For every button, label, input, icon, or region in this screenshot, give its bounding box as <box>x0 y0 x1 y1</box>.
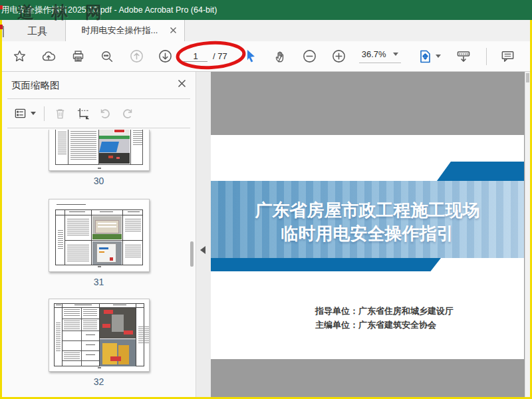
zoom-level-control[interactable]: 36.7% <box>359 49 401 63</box>
favorites-star-icon[interactable] <box>11 47 27 66</box>
tab-close-icon[interactable] <box>170 26 184 36</box>
crop-pages-icon[interactable] <box>74 105 91 122</box>
page-number-input[interactable] <box>184 51 207 62</box>
main-area: 页面缩略图 <box>2 72 530 397</box>
panel-toolbar-divider <box>44 106 45 121</box>
watermark-red-mark <box>0 25 3 29</box>
hand-tool-icon[interactable] <box>273 47 289 66</box>
comment-icon[interactable] <box>500 47 516 66</box>
cover-title-banner: 广东省房屋市政工程施工现场 临时用电安全操作指引 <box>211 181 524 258</box>
page-total-label: / 77 <box>213 51 227 61</box>
panel-title: 页面缩略图 <box>11 79 60 92</box>
page-number-field: / 77 <box>184 51 227 62</box>
tab-document-label: 时用电安全操作指... <box>66 25 170 37</box>
chevron-down-icon <box>436 55 441 58</box>
zoom-out-icon[interactable] <box>302 47 318 66</box>
panel-collapse-strip[interactable] <box>196 72 211 397</box>
thumbnail-page-31[interactable]: 31 <box>47 199 151 287</box>
thumbnail-image-31 <box>49 199 150 272</box>
thumbnail-image-30 <box>49 130 150 171</box>
rotate-right-icon <box>119 105 136 122</box>
thumbnail-image-32 <box>49 299 150 372</box>
cover-top-blue-parallelogram <box>437 162 524 181</box>
main-toolbar: / 77 36.7% <box>2 41 530 72</box>
thumbnail-label: 31 <box>47 277 151 287</box>
thumbnail-page-32[interactable]: 32 <box>47 299 151 387</box>
fit-page-icon[interactable] <box>417 47 441 66</box>
print-icon[interactable] <box>70 47 86 66</box>
document-scrollbar-thumb[interactable] <box>526 73 529 82</box>
chevron-down-icon[interactable] <box>31 112 36 115</box>
zoom-in-icon[interactable] <box>331 47 347 66</box>
thumbnail-list: 30 <box>2 128 196 387</box>
pdf-cover-page: 广东省房屋市政工程施工现场 临时用电安全操作指引 指导单位：广东省住房和城乡建设… <box>211 135 524 359</box>
collapse-panel-icon[interactable] <box>200 246 205 254</box>
page-thumbnails-panel: 页面缩略图 <box>2 72 196 397</box>
tab-tools-label: 工具 <box>27 25 47 37</box>
document-viewport[interactable]: 广东省房屋市政工程施工现场 临时用电安全操作指引 指导单位：广东省住房和城乡建设… <box>211 72 525 397</box>
thumbnail-label: 30 <box>47 176 151 186</box>
panel-scrollbar-thumb[interactable] <box>190 241 194 267</box>
panel-close-icon[interactable] <box>178 78 186 90</box>
document-scrollbar[interactable] <box>525 72 530 397</box>
zoom-level-value: 36.7% <box>362 49 386 59</box>
previous-page-icon <box>128 47 144 66</box>
panel-header: 页面缩略图 <box>2 72 196 98</box>
cover-title-line1: 广东省房屋市政工程施工现场 <box>211 181 524 222</box>
share-upload-icon[interactable] <box>41 47 57 66</box>
chevron-down-icon <box>393 53 398 56</box>
toolbar-divider <box>486 48 487 65</box>
cover-bottom-blue-bar <box>211 258 441 271</box>
window-titlebar: 用电安全操作指引2025.10.pdf - Adobe Acrobat Pro … <box>0 0 532 20</box>
tab-tools[interactable]: 工具 <box>11 20 63 41</box>
hide-toolbar-icon[interactable] <box>456 47 471 66</box>
window-title: 用电安全操作指引2025.10.pdf - Adobe Acrobat Pro … <box>1 5 217 15</box>
cover-title-line2: 临时用电安全操作指引 <box>211 222 524 245</box>
rotate-left-icon <box>96 105 114 122</box>
credit-line1: 指导单位：广东省住房和城乡建设厅 <box>315 304 454 318</box>
watermark-red-mark <box>0 5 3 9</box>
delete-pages-icon <box>51 105 68 122</box>
tab-document-active[interactable]: 时用电安全操作指... <box>65 20 185 41</box>
thumbnail-label: 32 <box>47 376 151 387</box>
credit-line2: 主编单位：广东省建筑安全协会 <box>315 318 454 332</box>
cover-credits: 指导单位：广东省住房和城乡建设厅 主编单位：广东省建筑安全协会 <box>315 304 454 332</box>
next-page-icon[interactable] <box>157 47 173 66</box>
thumbnail-options-icon[interactable] <box>11 105 29 122</box>
tab-bar: 工具 时用电安全操作指... <box>2 20 530 41</box>
panel-toolbar <box>2 99 196 128</box>
selection-tool-icon[interactable] <box>243 47 259 66</box>
thumbnail-page-30[interactable]: 30 <box>47 130 151 186</box>
search-icon[interactable] <box>99 47 115 66</box>
